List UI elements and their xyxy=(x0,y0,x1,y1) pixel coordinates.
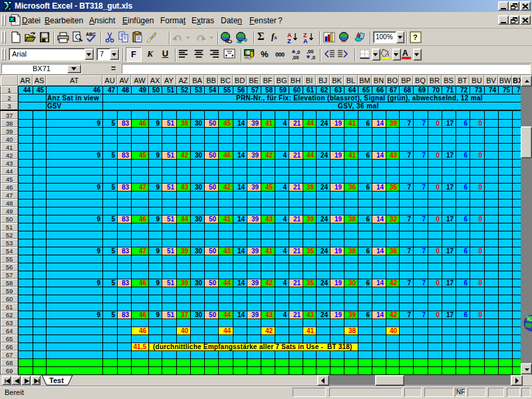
svg-text:A: A xyxy=(402,49,408,58)
svg-text:?: ? xyxy=(413,33,418,41)
svg-text:,0: ,0 xyxy=(311,55,315,61)
svg-text:Test: Test xyxy=(49,376,64,384)
svg-text:,00: ,00 xyxy=(292,55,299,61)
svg-text:A: A xyxy=(303,38,308,44)
svg-text:Z: Z xyxy=(287,38,291,44)
